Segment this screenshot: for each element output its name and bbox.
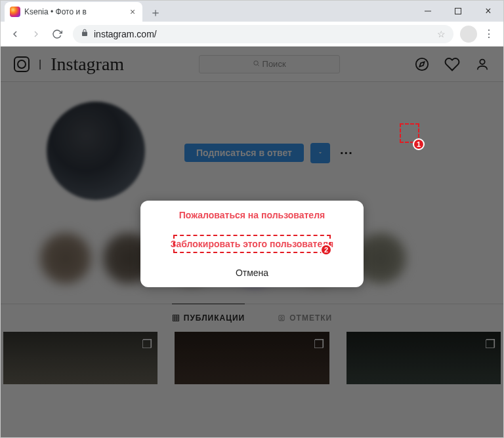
window-minimize-button[interactable]	[413, 1, 443, 22]
address-bar: instagram.com/ ☆ ⋮	[1, 22, 503, 47]
page-content: | Instagram Поиск	[1, 47, 503, 437]
user-options-modal: Пожаловаться на пользователя Заблокирова…	[140, 201, 364, 287]
tab-title: Ksenia • Фото и в	[24, 7, 124, 16]
window-close-button[interactable]: ×	[473, 1, 503, 22]
reload-button[interactable]	[48, 25, 66, 43]
window-title-bar: Ksenia • Фото и в × ＋ ×	[1, 1, 503, 22]
forward-button[interactable]	[27, 25, 45, 43]
browser-tab[interactable]: Ksenia • Фото и в ×	[5, 2, 142, 22]
window-maximize-button[interactable]	[443, 1, 473, 22]
lock-icon	[81, 29, 89, 39]
instagram-favicon-icon	[10, 7, 20, 17]
annotation-badge-2: 2	[320, 244, 332, 256]
new-tab-button[interactable]: ＋	[146, 3, 165, 22]
close-tab-icon[interactable]: ×	[128, 7, 137, 16]
cancel-button[interactable]: Отмена	[140, 258, 364, 287]
address-field[interactable]: instagram.com/ ☆	[73, 25, 453, 43]
svg-rect-1	[455, 9, 461, 14]
back-button[interactable]	[6, 25, 24, 43]
browser-menu-button[interactable]: ⋮	[480, 25, 498, 43]
annotation-badge-1: 1	[413, 138, 425, 150]
report-user-button[interactable]: Пожаловаться на пользователя	[140, 201, 364, 229]
profile-avatar-button[interactable]	[460, 26, 477, 43]
bookmark-star-icon[interactable]: ☆	[437, 29, 446, 39]
url-text: instagram.com/	[94, 29, 157, 39]
